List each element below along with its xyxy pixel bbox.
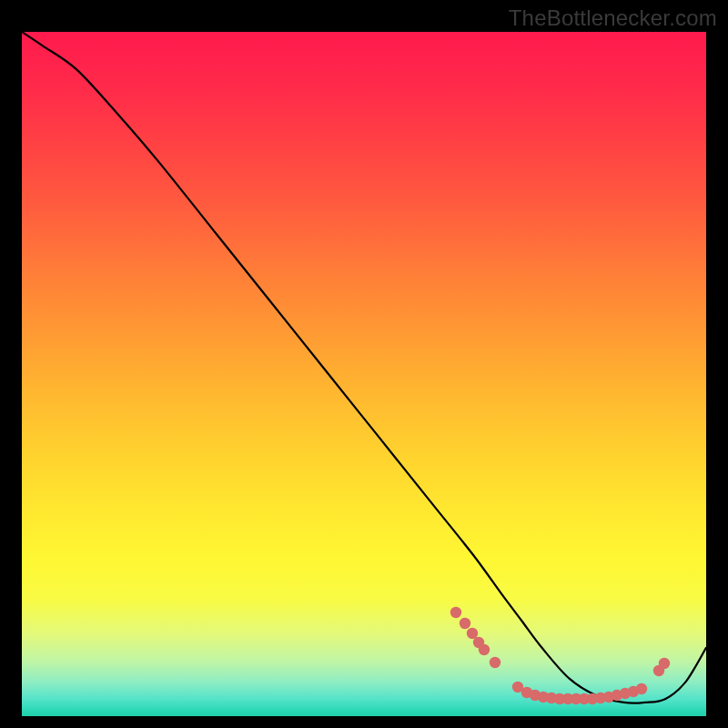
marker-dot — [603, 692, 614, 703]
marker-dot — [512, 682, 523, 693]
marker-dot — [479, 644, 490, 655]
marker-dot — [521, 687, 532, 698]
chart-container: TheBottlenecker.com — [0, 0, 728, 728]
marker-dot — [546, 693, 557, 703]
marker-dot — [530, 690, 541, 701]
watermark-label: TheBottlenecker.com — [509, 5, 717, 31]
marker-dot — [562, 693, 573, 704]
marker-dot — [653, 665, 664, 676]
marker-dot — [473, 637, 484, 648]
marker-dot — [554, 693, 565, 704]
marker-dot — [538, 692, 549, 703]
highlight-markers — [22, 32, 706, 716]
marker-dot — [659, 658, 670, 669]
marker-dot — [460, 618, 470, 629]
marker-dot — [636, 683, 647, 694]
marker-dot — [628, 686, 639, 697]
marker-dot — [587, 693, 598, 704]
marker-dot — [467, 628, 478, 639]
bottleneck-curve — [22, 32, 706, 716]
marker-dot — [620, 688, 631, 699]
marker-dot — [612, 690, 622, 701]
marker-dot — [450, 607, 461, 618]
plot-area — [22, 32, 706, 716]
marker-dot — [579, 693, 590, 704]
marker-dot — [595, 693, 606, 703]
marker-dot — [571, 693, 581, 704]
marker-dot — [490, 657, 500, 668]
